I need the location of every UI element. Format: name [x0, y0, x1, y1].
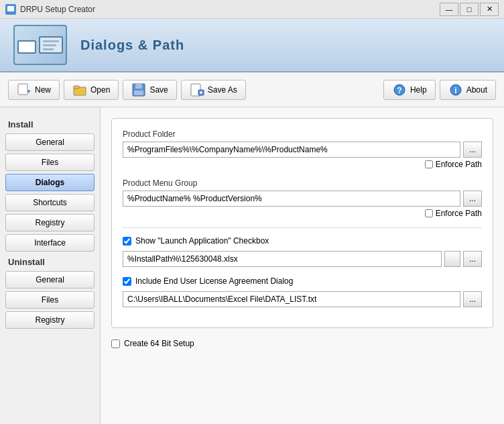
- close-button[interactable]: ✕: [480, 3, 499, 16]
- install-section-title: Install: [8, 119, 94, 129]
- product-folder-label: Product Folder: [123, 129, 482, 139]
- product-folder-enforce-checkbox[interactable]: [425, 160, 433, 168]
- product-folder-group: Product Folder ... Enforce Path: [123, 129, 482, 169]
- create-64bit-label: Create 64 Bit Setup: [124, 339, 194, 348]
- about-label: About: [466, 85, 487, 95]
- saveas-icon: [190, 83, 204, 97]
- new-button[interactable]: New: [8, 80, 60, 100]
- sidebar-item-registry-uninstall[interactable]: Registry: [5, 311, 94, 329]
- product-menu-browse-button[interactable]: ...: [463, 191, 482, 207]
- minimize-button[interactable]: —: [440, 3, 458, 16]
- divider-1: [123, 227, 482, 228]
- maximize-button[interactable]: □: [460, 3, 479, 16]
- sidebar-item-files-uninstall[interactable]: Files: [5, 291, 94, 309]
- app-logo: [13, 25, 67, 65]
- sidebar-item-general-install[interactable]: General: [5, 134, 94, 151]
- create-64bit-row: Create 64 Bit Setup: [111, 339, 493, 348]
- about-icon: i: [448, 83, 463, 97]
- help-icon: ?: [392, 83, 407, 97]
- save-icon: [131, 83, 146, 97]
- saveas-button[interactable]: Save As: [181, 80, 246, 100]
- sidebar-item-dialogs[interactable]: Dialogs: [5, 174, 94, 191]
- show-launch-label: Show "Launch Application" Checkbox: [135, 236, 269, 246]
- show-launch-group: Show "Launch Application" Checkbox ...: [123, 236, 482, 267]
- svg-rect-9: [134, 91, 143, 95]
- about-button[interactable]: i About: [440, 80, 496, 100]
- eula-browse-button[interactable]: ...: [463, 291, 482, 307]
- eula-group: Include End User License Agreement Dialo…: [123, 276, 482, 307]
- show-launch-checkbox[interactable]: [123, 237, 131, 246]
- window-title: DRPU Setup Creator: [20, 5, 95, 14]
- show-launch-check-button[interactable]: [444, 251, 460, 267]
- save-button[interactable]: Save: [123, 80, 176, 100]
- title-bar: DRPU Setup Creator — □ ✕: [0, 0, 504, 19]
- sidebar-item-registry-install[interactable]: Registry: [5, 214, 94, 231]
- sidebar: Install General Files Dialogs Shortcuts …: [0, 107, 101, 424]
- open-label: Open: [90, 85, 110, 95]
- dialogs-section: Product Folder ... Enforce Path Product …: [111, 118, 493, 328]
- product-menu-input[interactable]: [123, 191, 460, 207]
- new-label: New: [35, 85, 51, 95]
- main-layout: Install General Files Dialogs Shortcuts …: [0, 107, 504, 424]
- svg-rect-2: [18, 84, 27, 95]
- content-area: Product Folder ... Enforce Path Product …: [101, 107, 504, 424]
- eula-checkbox[interactable]: [123, 277, 131, 286]
- product-menu-group: Product Menu Group ... Enforce Path: [123, 178, 482, 218]
- svg-text:?: ?: [397, 86, 401, 95]
- product-menu-enforce-checkbox[interactable]: [425, 209, 433, 217]
- app-icon: [5, 4, 16, 15]
- create-64bit-checkbox[interactable]: [111, 339, 120, 348]
- header: Dialogs & Path: [0, 19, 504, 72]
- product-folder-enforce-label: Enforce Path: [436, 160, 482, 169]
- new-icon: [17, 83, 32, 97]
- eula-label: Include End User License Agreement Dialo…: [135, 276, 293, 286]
- help-button[interactable]: ? Help: [383, 80, 436, 100]
- sidebar-item-shortcuts[interactable]: Shortcuts: [5, 194, 94, 211]
- show-launch-input[interactable]: [123, 251, 442, 267]
- product-menu-label: Product Menu Group: [123, 178, 482, 188]
- help-label: Help: [410, 85, 427, 95]
- open-button[interactable]: Open: [64, 80, 119, 100]
- svg-rect-8: [135, 84, 142, 89]
- eula-input[interactable]: [123, 291, 460, 307]
- svg-text:i: i: [454, 86, 456, 95]
- svg-rect-1: [7, 6, 14, 11]
- uninstall-section-title: Uninstall: [8, 257, 94, 267]
- show-launch-browse-button[interactable]: ...: [463, 251, 482, 267]
- sidebar-item-files-install[interactable]: Files: [5, 154, 94, 171]
- window-controls: — □ ✕: [440, 3, 499, 16]
- sidebar-item-general-uninstall[interactable]: General: [5, 271, 94, 288]
- saveas-label: Save As: [208, 85, 237, 95]
- product-folder-input[interactable]: [123, 142, 460, 158]
- page-title: Dialogs & Path: [80, 38, 184, 53]
- product-menu-enforce-label: Enforce Path: [436, 209, 482, 218]
- product-folder-browse-button[interactable]: ...: [463, 142, 482, 158]
- save-label: Save: [149, 85, 168, 95]
- toolbar: New Open Save Save As ? Help i About: [0, 72, 504, 107]
- svg-rect-6: [74, 86, 79, 89]
- sidebar-item-interface[interactable]: Interface: [5, 234, 94, 252]
- open-icon: [72, 83, 87, 97]
